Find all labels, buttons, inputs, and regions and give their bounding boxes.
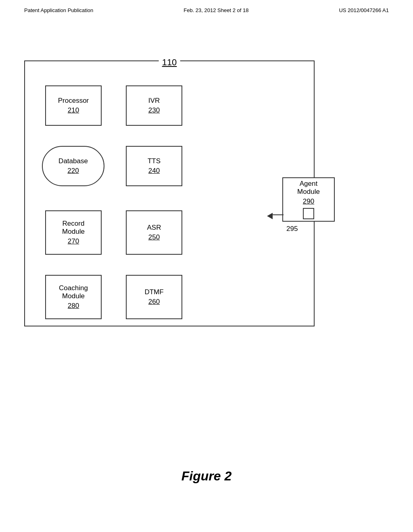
agent-number: 290 bbox=[303, 197, 314, 206]
header-middle: Feb. 23, 2012 Sheet 2 of 18 bbox=[184, 7, 248, 13]
coaching-label: CoachingModule bbox=[59, 284, 88, 301]
asr-label: ASR bbox=[147, 224, 161, 232]
processor-label: Processor bbox=[58, 97, 89, 105]
ivr-box: IVR 230 bbox=[126, 85, 182, 126]
dtmf-label: DTMF bbox=[144, 288, 163, 296]
agent-module-container: AgentModule 290 295 bbox=[282, 177, 347, 222]
dtmf-number: 260 bbox=[148, 298, 160, 306]
tts-number: 240 bbox=[148, 167, 160, 175]
processor-number: 210 bbox=[68, 106, 79, 114]
system-box: 110 Processor 210 IVR 230 Database 220 T… bbox=[24, 60, 315, 326]
agent-box: AgentModule 290 bbox=[282, 177, 335, 222]
page-header: Patent Application Publication Feb. 23, … bbox=[0, 0, 413, 13]
connector-arrow bbox=[267, 213, 273, 219]
coaching-box: CoachingModule 280 bbox=[45, 275, 102, 319]
connector-line bbox=[272, 214, 284, 215]
figure-caption-text: Figure 2 bbox=[181, 469, 232, 483]
record-number: 270 bbox=[68, 237, 79, 245]
ivr-number: 230 bbox=[148, 106, 160, 114]
record-label: RecordModule bbox=[62, 220, 85, 236]
dtmf-box: DTMF 260 bbox=[126, 275, 182, 319]
asr-number: 250 bbox=[148, 233, 160, 241]
header-right: US 2012/0047266 A1 bbox=[339, 7, 389, 13]
connector-label: 295 bbox=[286, 225, 298, 233]
diagram-area: 110 Processor 210 IVR 230 Database 220 T… bbox=[24, 60, 331, 335]
database-label: Database bbox=[58, 157, 88, 165]
agent-inner-icon bbox=[303, 208, 314, 219]
agent-label: AgentModule bbox=[297, 180, 320, 196]
coaching-number: 280 bbox=[68, 302, 79, 310]
figure-caption: Figure 2 bbox=[0, 469, 413, 484]
tts-label: TTS bbox=[148, 157, 161, 165]
asr-box: ASR 250 bbox=[126, 210, 182, 255]
header-left: Patent Application Publication bbox=[24, 7, 93, 13]
database-number: 220 bbox=[67, 167, 79, 175]
record-box: RecordModule 270 bbox=[45, 210, 102, 255]
ivr-label: IVR bbox=[148, 97, 160, 105]
processor-box: Processor 210 bbox=[45, 85, 102, 126]
tts-box: TTS 240 bbox=[126, 146, 182, 186]
system-label: 110 bbox=[159, 57, 180, 68]
database-box: Database 220 bbox=[42, 146, 104, 186]
